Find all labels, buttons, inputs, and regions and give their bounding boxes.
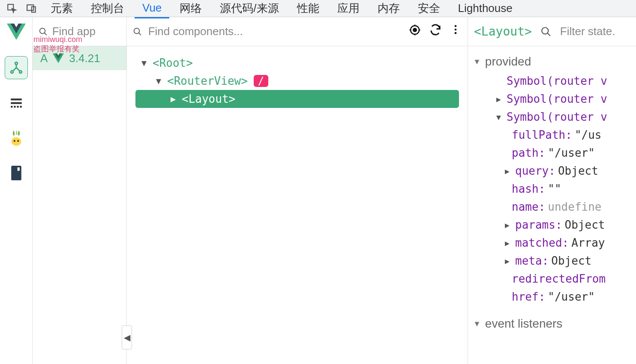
search-icon xyxy=(133,26,142,38)
tree-root[interactable]: ▼ <Root> xyxy=(135,54,459,72)
route-badge: / xyxy=(254,75,268,87)
select-component-icon[interactable] xyxy=(408,24,421,39)
prop-symbol-1[interactable]: Symbol(router v xyxy=(471,72,633,90)
chevron-down-icon: ▼ xyxy=(156,76,165,86)
watermark-line1: mimiwuqi.com xyxy=(33,35,82,45)
timeline-icon[interactable] xyxy=(5,91,28,114)
vue-small-icon xyxy=(53,53,64,64)
section-label: provided xyxy=(485,55,531,69)
apps-panel: mimiwuqi.com 盗图举报有奖 A 3.4.21 xyxy=(33,17,127,364)
prop-hash[interactable]: hash: "" xyxy=(471,180,633,198)
components-search-row xyxy=(127,17,468,46)
vue-logo-icon xyxy=(7,22,26,44)
tree-node-label: <Root> xyxy=(153,57,193,69)
chevron-right-icon: ▶ xyxy=(505,239,513,248)
svg-point-17 xyxy=(134,28,140,33)
svg-point-22 xyxy=(455,32,457,34)
prop-query[interactable]: ▶ query: Object xyxy=(471,162,633,180)
chevron-right-icon: ▶ xyxy=(505,167,513,176)
tree-node-label: <RouterView> xyxy=(167,75,248,87)
chevron-down-icon: ▼ xyxy=(496,113,504,122)
tab-console[interactable]: 控制台 xyxy=(83,0,132,18)
collapse-handle[interactable]: ◀ xyxy=(122,325,132,349)
svg-point-12 xyxy=(11,137,21,146)
prop-href[interactable]: href: "/user" xyxy=(471,288,633,306)
tab-network[interactable]: 网络 xyxy=(172,0,210,18)
tab-application[interactable]: 应用 xyxy=(330,0,367,18)
section-event-listeners[interactable]: ▼ event listeners xyxy=(471,313,633,334)
svg-point-14 xyxy=(17,140,19,142)
svg-rect-11 xyxy=(20,106,21,107)
prop-matched[interactable]: ▶ matched: Array xyxy=(471,234,633,252)
tree-routerview[interactable]: ▼ <RouterView> / xyxy=(135,72,459,90)
tab-vue[interactable]: Vue xyxy=(135,0,169,18)
svg-point-3 xyxy=(15,62,18,65)
chevron-right-icon: ▶ xyxy=(496,95,504,104)
tree-node-label: <Layout> xyxy=(182,92,235,105)
components-inspector-icon[interactable] xyxy=(5,56,28,79)
prop-fullpath[interactable]: fullPath: "/us xyxy=(471,126,633,144)
prop-path[interactable]: path: "/user" xyxy=(471,144,633,162)
chevron-down-icon: ▼ xyxy=(141,58,150,68)
state-panel: <Layout> ▼ provided Symbol(router v ▶ Sy… xyxy=(468,17,636,364)
prop-meta[interactable]: ▶ meta: Object xyxy=(471,252,633,270)
devtools-tabbar: 元素 控制台 Vue 网络 源代码/来源 性能 应用 内存 安全 Lightho… xyxy=(0,0,636,17)
svg-rect-9 xyxy=(14,106,15,107)
tab-elements[interactable]: 元素 xyxy=(43,0,81,18)
chevron-down-icon: ▼ xyxy=(473,57,481,66)
more-menu-icon[interactable] xyxy=(450,24,462,39)
svg-rect-8 xyxy=(11,106,12,107)
prop-name[interactable]: name: undefine xyxy=(471,198,633,216)
refresh-icon[interactable] xyxy=(429,24,442,39)
chevron-right-icon: ▶ xyxy=(505,257,513,266)
device-toolbar-icon[interactable] xyxy=(23,0,40,17)
prop-symbol-3[interactable]: ▼ Symbol(router v xyxy=(471,108,633,126)
inspect-element-icon[interactable] xyxy=(3,0,21,17)
tab-performance[interactable]: 性能 xyxy=(289,0,327,18)
svg-point-16 xyxy=(40,28,45,33)
component-tree: ▼ <Root> ▼ <RouterView> / ▶ <Layout> xyxy=(127,46,468,116)
state-header: <Layout> xyxy=(468,17,636,46)
svg-rect-1 xyxy=(27,5,33,10)
prop-symbol-2[interactable]: ▶ Symbol(router v xyxy=(471,90,633,108)
components-panel: ◀ ▼ <Root> ▼ <Rou xyxy=(127,17,468,364)
svg-point-4 xyxy=(11,71,13,73)
chevron-down-icon: ▼ xyxy=(473,319,481,328)
svg-point-21 xyxy=(455,29,457,31)
chevron-right-icon: ▶ xyxy=(505,221,513,230)
svg-rect-7 xyxy=(11,102,22,104)
tab-security[interactable]: 安全 xyxy=(410,0,448,18)
filter-state-input[interactable] xyxy=(560,25,624,38)
svg-rect-10 xyxy=(17,106,18,107)
prop-redirectedfrom[interactable]: redirectedFrom xyxy=(471,270,633,288)
state-body: ▼ provided Symbol(router v ▶ Symbol(rout… xyxy=(468,46,636,339)
section-provided[interactable]: ▼ provided xyxy=(471,51,633,72)
section-label: event listeners xyxy=(485,317,563,331)
tab-sources[interactable]: 源代码/来源 xyxy=(212,0,286,18)
search-icon xyxy=(540,26,552,37)
prop-params[interactable]: ▶ params: Object xyxy=(471,216,633,234)
vue-left-rail xyxy=(0,17,33,364)
chevron-right-icon: ▶ xyxy=(171,94,179,104)
svg-point-20 xyxy=(455,25,457,27)
svg-rect-15 xyxy=(17,167,19,171)
svg-point-23 xyxy=(542,27,548,34)
svg-rect-6 xyxy=(11,98,22,100)
svg-point-13 xyxy=(13,140,15,142)
watermark-line2: 盗图举报有奖 xyxy=(33,45,82,54)
svg-point-19 xyxy=(413,28,417,32)
pinia-icon[interactable] xyxy=(5,126,28,149)
routes-icon[interactable] xyxy=(5,161,28,185)
svg-point-5 xyxy=(19,71,22,73)
tab-memory[interactable]: 内存 xyxy=(370,0,408,18)
find-components-input[interactable] xyxy=(148,25,402,38)
tree-layout[interactable]: ▶ <Layout> xyxy=(135,90,459,108)
watermark-text: mimiwuqi.com 盗图举报有奖 xyxy=(33,35,82,54)
state-title: <Layout> xyxy=(474,24,532,39)
tab-lighthouse[interactable]: Lighthouse xyxy=(450,0,520,18)
